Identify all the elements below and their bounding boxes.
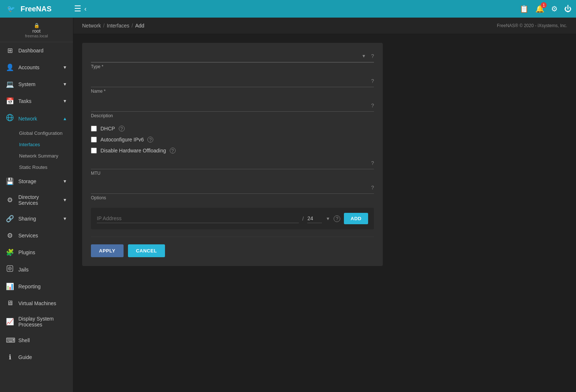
sidebar-item-label: Display System Processes xyxy=(18,316,67,328)
sidebar-item-plugins[interactable]: 🧩 Plugins xyxy=(0,244,73,261)
topbar-actions: 📋 🔔 1 ⚙ ⏻ xyxy=(520,4,572,13)
dhcp-label: DHCP xyxy=(100,126,115,132)
tasks-icon: 📅 xyxy=(6,97,14,105)
autoconfigure-ipv6-help-icon[interactable]: ? xyxy=(147,137,153,143)
name-help-icon[interactable]: ? xyxy=(371,78,374,84)
sidebar-item-display-system-processes[interactable]: 📈 Display System Processes xyxy=(0,311,73,332)
sidebar-item-shell[interactable]: ⌨ Shell xyxy=(0,332,73,349)
options-input[interactable] xyxy=(91,183,371,192)
options-label: Options xyxy=(91,195,374,200)
disable-hw-offloading-help-icon[interactable]: ? xyxy=(170,148,176,154)
ip-address-section: / 24 8 16 32 ▼ ? ADD xyxy=(91,208,374,229)
ip-prefix-dropdown-arrow: ▼ xyxy=(326,216,330,221)
description-field: ? Description xyxy=(91,101,374,118)
chevron-down-icon: ▼ xyxy=(63,197,67,203)
breadcrumb: Network / Interfaces / Add FreeNAS® © 20… xyxy=(73,18,576,34)
chevron-down-icon: ▼ xyxy=(63,179,67,184)
breadcrumb-add: Add xyxy=(135,23,144,29)
sidebar-item-guide[interactable]: ℹ Guide xyxy=(0,349,73,366)
mtu-input[interactable] xyxy=(91,159,371,167)
sidebar-item-system[interactable]: 💻 System ▼ xyxy=(0,76,73,93)
dhcp-checkbox[interactable] xyxy=(91,126,97,132)
sidebar-item-label: Jails xyxy=(18,267,29,273)
sidebar-subitem-interfaces[interactable]: Interfaces xyxy=(0,139,73,150)
autoconfigure-ipv6-label: Autoconfigure IPv6 xyxy=(100,137,144,143)
sidebar-item-label: Virtual Machines xyxy=(18,300,56,306)
form-card: ▼ ? Type * ? Name * xyxy=(82,43,383,266)
chevron-down-icon: ▼ xyxy=(63,82,67,87)
sidebar-item-accounts[interactable]: 👤 Accounts ▼ xyxy=(0,59,73,76)
dhcp-help-icon[interactable]: ? xyxy=(119,126,125,132)
chevron-down-icon: ▼ xyxy=(63,216,67,221)
sidebar-item-virtual-machines[interactable]: 🖥 Virtual Machines xyxy=(0,295,73,311)
chevron-up-icon: ▲ xyxy=(63,116,67,121)
options-field-row: ? xyxy=(91,183,374,194)
svg-point-7 xyxy=(10,268,11,269)
sidebar: 🔒 root freenas.local ⊞ Dashboard 👤 Accou… xyxy=(0,18,73,392)
sidebar-item-label: System xyxy=(18,81,36,87)
sidebar-item-services[interactable]: ⚙ Services xyxy=(0,227,73,244)
sharing-icon: 🔗 xyxy=(6,215,14,223)
content-area: Network / Interfaces / Add FreeNAS® © 20… xyxy=(73,18,576,392)
description-help-icon[interactable]: ? xyxy=(371,103,374,108)
autoconfigure-ipv6-checkbox[interactable] xyxy=(91,137,97,143)
sidebar-subitem-static-routes[interactable]: Static Routes xyxy=(0,162,73,173)
hamburger-menu-button[interactable]: ☰ xyxy=(74,4,81,14)
sidebar-item-label: Sharing xyxy=(18,216,36,222)
app-logo: 🐦 FreeNAS xyxy=(4,2,74,15)
sidebar-item-label: Storage xyxy=(18,178,36,184)
type-help-icon[interactable]: ? xyxy=(371,53,374,59)
sidebar-item-sharing[interactable]: 🔗 Sharing ▼ xyxy=(0,210,73,227)
power-icon[interactable]: ⏻ xyxy=(564,5,572,13)
description-input[interactable] xyxy=(91,101,371,110)
jails-icon xyxy=(6,265,14,274)
cancel-button[interactable]: CANCEL xyxy=(128,244,165,257)
sidebar-hostname: freenas.local xyxy=(0,34,73,38)
disable-hardware-offloading-label: Disable Hardware Offloading xyxy=(100,148,166,154)
sidebar-item-storage[interactable]: 💾 Storage ▼ xyxy=(0,173,73,190)
options-help-icon[interactable]: ? xyxy=(371,185,374,191)
name-label: Name * xyxy=(91,89,374,94)
sidebar-username: root xyxy=(0,28,73,34)
system-processes-icon: 📈 xyxy=(6,318,14,326)
sidebar-item-label: Accounts xyxy=(18,64,40,70)
breadcrumb-sep-2: / xyxy=(132,23,133,29)
guide-icon: ℹ xyxy=(6,353,14,361)
vm-icon: 🖥 xyxy=(6,299,14,307)
sidebar-item-dashboard[interactable]: ⊞ Dashboard xyxy=(0,42,73,59)
ip-help-icon[interactable]: ? xyxy=(334,215,340,222)
sidebar-item-directory-services[interactable]: ⚙ Directory Services ▼ xyxy=(0,190,73,210)
type-select[interactable] xyxy=(91,52,359,60)
add-ip-button[interactable]: ADD xyxy=(344,213,368,224)
sidebar-item-label: Dashboard xyxy=(18,48,44,53)
sidebar-toggle-button[interactable]: ‹ xyxy=(84,5,87,13)
clipboard-icon[interactable]: 📋 xyxy=(520,4,529,13)
breadcrumb-path: Network / Interfaces / Add xyxy=(82,23,144,29)
sidebar-item-jails[interactable]: Jails xyxy=(0,261,73,278)
mtu-help-icon[interactable]: ? xyxy=(371,160,374,166)
mtu-field-row: ? xyxy=(91,159,374,169)
breadcrumb-network[interactable]: Network xyxy=(82,23,101,29)
form-container: ▼ ? Type * ? Name * xyxy=(73,34,576,392)
sidebar-item-reporting[interactable]: 📊 Reporting xyxy=(0,278,73,295)
notification-badge: 1 xyxy=(541,2,547,8)
autoconfigure-ipv6-row: Autoconfigure IPv6 ? xyxy=(91,137,374,143)
type-label: Type * xyxy=(91,64,374,69)
description-label: Description xyxy=(91,113,374,118)
sidebar-item-label: Directory Services xyxy=(18,194,58,206)
sidebar-subitem-network-summary[interactable]: Network Summary xyxy=(0,150,73,162)
disable-hardware-offloading-checkbox[interactable] xyxy=(91,148,97,154)
sidebar-item-label: Reporting xyxy=(18,284,41,289)
ip-prefix-select[interactable]: 24 8 16 32 xyxy=(307,214,322,223)
settings-icon[interactable]: ⚙ xyxy=(551,4,558,13)
sidebar-item-network[interactable]: Network ▲ xyxy=(0,110,73,127)
breadcrumb-interfaces[interactable]: Interfaces xyxy=(107,23,129,29)
notifications-icon[interactable]: 🔔 1 xyxy=(535,4,544,13)
name-input[interactable] xyxy=(91,77,371,85)
type-dropdown-arrow: ▼ xyxy=(362,53,366,59)
mtu-field: ? MTU xyxy=(91,159,374,176)
sidebar-item-tasks[interactable]: 📅 Tasks ▼ xyxy=(0,93,73,110)
apply-button[interactable]: APPLY xyxy=(91,244,124,257)
ip-address-input[interactable] xyxy=(97,214,299,223)
sidebar-subitem-global-configuration[interactable]: Global Configuration xyxy=(0,127,73,139)
